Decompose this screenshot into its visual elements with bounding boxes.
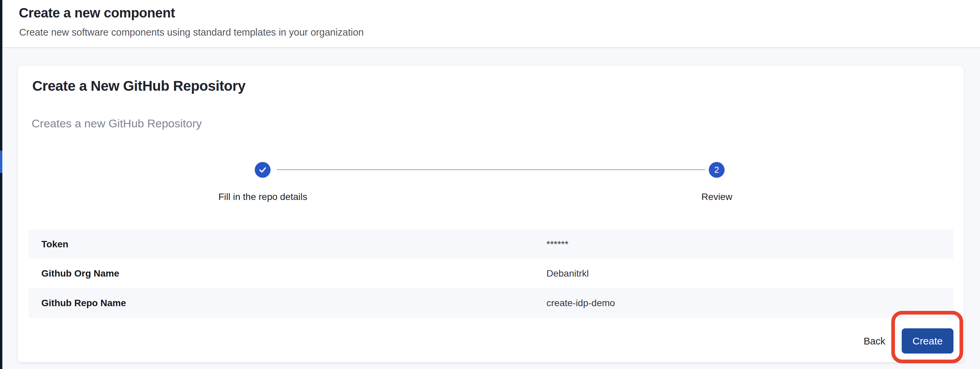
page-subtitle: Create new software components using sta… <box>19 27 364 38</box>
review-table: Token ****** Github Org Name Debanitrkl … <box>29 229 953 318</box>
template-wizard-card: Create a New GitHub Repository Creates a… <box>18 66 964 362</box>
create-button[interactable]: Create <box>902 328 953 353</box>
step-1-label: Fill in the repo details <box>218 192 307 202</box>
stepper-connector-line <box>277 169 705 170</box>
step-2-label: Review <box>702 192 732 202</box>
check-icon <box>258 165 267 174</box>
step-2-active-circle: 2 <box>709 162 725 178</box>
page-header: Create a new component Create new softwa… <box>0 0 980 48</box>
sidebar-strip <box>0 0 2 369</box>
back-button[interactable]: Back <box>856 332 893 350</box>
card-title: Create a New GitHub Repository <box>32 78 245 94</box>
table-row-token: Token ****** <box>29 229 953 259</box>
card-subtitle: Creates a new GitHub Repository <box>32 117 202 130</box>
screen: Create a new component Create new softwa… <box>0 0 980 369</box>
row-value: ****** <box>546 239 568 250</box>
table-row-github-org-name: Github Org Name Debanitrkl <box>29 259 953 288</box>
table-row-github-repo-name: Github Repo Name create-idp-demo <box>29 288 953 318</box>
row-label: Token <box>41 239 546 250</box>
row-label: Github Repo Name <box>41 298 546 309</box>
row-value: create-idp-demo <box>546 298 615 309</box>
page-title: Create a new component <box>19 5 175 21</box>
row-value: Debanitrkl <box>546 268 589 279</box>
row-label: Github Org Name <box>41 268 546 279</box>
step-1-completed-circle <box>255 162 270 178</box>
step-2-number: 2 <box>714 165 719 175</box>
sidebar-active-indicator <box>0 151 2 173</box>
